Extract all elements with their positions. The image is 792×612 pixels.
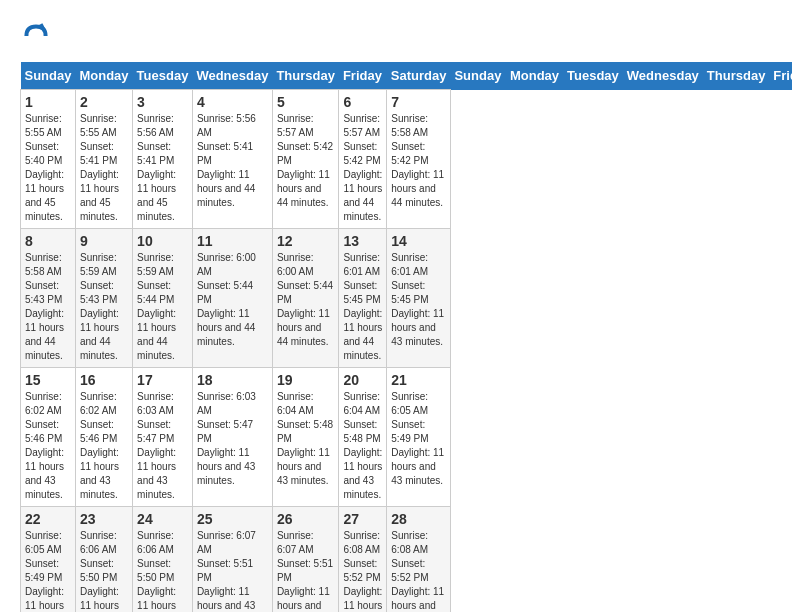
- day-number: 8: [25, 233, 71, 249]
- day-cell: 14 Sunrise: 6:01 AM Sunset: 5:45 PM Dayl…: [387, 229, 451, 368]
- day-info: Sunrise: 6:06 AM Sunset: 5:50 PM Dayligh…: [137, 529, 188, 612]
- day-cell: 27 Sunrise: 6:08 AM Sunset: 5:52 PM Dayl…: [339, 507, 387, 613]
- day-info: Sunrise: 6:00 AM Sunset: 5:44 PM Dayligh…: [277, 251, 335, 349]
- day-cell: 28 Sunrise: 6:08 AM Sunset: 5:52 PM Dayl…: [387, 507, 451, 613]
- day-info: Sunrise: 5:56 AM Sunset: 5:41 PM Dayligh…: [137, 112, 188, 224]
- day-info: Sunrise: 6:07 AM Sunset: 5:51 PM Dayligh…: [197, 529, 268, 612]
- day-number: 7: [391, 94, 446, 110]
- day-cell: 18 Sunrise: 6:03 AM Sunset: 5:47 PM Dayl…: [192, 368, 272, 507]
- day-cell: 12 Sunrise: 6:00 AM Sunset: 5:44 PM Dayl…: [272, 229, 339, 368]
- day-cell: 9 Sunrise: 5:59 AM Sunset: 5:43 PM Dayli…: [75, 229, 132, 368]
- col-header-monday: Monday: [75, 62, 132, 90]
- day-info: Sunrise: 6:05 AM Sunset: 5:49 PM Dayligh…: [391, 390, 446, 488]
- day-cell: 16 Sunrise: 6:02 AM Sunset: 5:46 PM Dayl…: [75, 368, 132, 507]
- day-cell: 2 Sunrise: 5:55 AM Sunset: 5:41 PM Dayli…: [75, 90, 132, 229]
- day-number: 10: [137, 233, 188, 249]
- day-number: 16: [80, 372, 128, 388]
- col-header-thursday: Thursday: [703, 62, 770, 90]
- day-number: 15: [25, 372, 71, 388]
- day-info: Sunrise: 6:05 AM Sunset: 5:49 PM Dayligh…: [25, 529, 71, 612]
- day-info: Sunrise: 6:00 AM Sunset: 5:44 PM Dayligh…: [197, 251, 268, 349]
- col-header-friday: Friday: [339, 62, 387, 90]
- col-header-wednesday: Wednesday: [623, 62, 703, 90]
- day-number: 3: [137, 94, 188, 110]
- col-header-saturday: Saturday: [387, 62, 451, 90]
- day-info: Sunrise: 5:59 AM Sunset: 5:44 PM Dayligh…: [137, 251, 188, 363]
- week-row-3: 15 Sunrise: 6:02 AM Sunset: 5:46 PM Dayl…: [21, 368, 793, 507]
- day-number: 22: [25, 511, 71, 527]
- col-header-monday: Monday: [506, 62, 563, 90]
- day-info: Sunrise: 6:02 AM Sunset: 5:46 PM Dayligh…: [80, 390, 128, 502]
- logo: [20, 20, 56, 52]
- day-number: 14: [391, 233, 446, 249]
- day-cell: 11 Sunrise: 6:00 AM Sunset: 5:44 PM Dayl…: [192, 229, 272, 368]
- day-info: Sunrise: 6:03 AM Sunset: 5:47 PM Dayligh…: [137, 390, 188, 502]
- day-cell: 26 Sunrise: 6:07 AM Sunset: 5:51 PM Dayl…: [272, 507, 339, 613]
- day-cell: 15 Sunrise: 6:02 AM Sunset: 5:46 PM Dayl…: [21, 368, 76, 507]
- col-header-friday: Friday: [769, 62, 792, 90]
- day-cell: 7 Sunrise: 5:58 AM Sunset: 5:42 PM Dayli…: [387, 90, 451, 229]
- day-number: 17: [137, 372, 188, 388]
- calendar-table: SundayMondayTuesdayWednesdayThursdayFrid…: [20, 62, 792, 612]
- day-info: Sunrise: 6:03 AM Sunset: 5:47 PM Dayligh…: [197, 390, 268, 488]
- col-header-sunday: Sunday: [21, 62, 76, 90]
- day-cell: 20 Sunrise: 6:04 AM Sunset: 5:48 PM Dayl…: [339, 368, 387, 507]
- week-row-1: 1 Sunrise: 5:55 AM Sunset: 5:40 PM Dayli…: [21, 90, 793, 229]
- col-header-tuesday: Tuesday: [563, 62, 623, 90]
- col-header-wednesday: Wednesday: [192, 62, 272, 90]
- day-number: 28: [391, 511, 446, 527]
- day-info: Sunrise: 5:56 AM Sunset: 5:41 PM Dayligh…: [197, 112, 268, 210]
- day-info: Sunrise: 6:08 AM Sunset: 5:52 PM Dayligh…: [343, 529, 382, 612]
- day-info: Sunrise: 5:55 AM Sunset: 5:41 PM Dayligh…: [80, 112, 128, 224]
- day-cell: 25 Sunrise: 6:07 AM Sunset: 5:51 PM Dayl…: [192, 507, 272, 613]
- day-cell: 13 Sunrise: 6:01 AM Sunset: 5:45 PM Dayl…: [339, 229, 387, 368]
- day-number: 9: [80, 233, 128, 249]
- page-header: [20, 20, 772, 52]
- day-info: Sunrise: 6:02 AM Sunset: 5:46 PM Dayligh…: [25, 390, 71, 502]
- day-info: Sunrise: 6:06 AM Sunset: 5:50 PM Dayligh…: [80, 529, 128, 612]
- day-number: 11: [197, 233, 268, 249]
- day-number: 1: [25, 94, 71, 110]
- day-number: 2: [80, 94, 128, 110]
- day-number: 12: [277, 233, 335, 249]
- day-info: Sunrise: 5:58 AM Sunset: 5:42 PM Dayligh…: [391, 112, 446, 210]
- day-number: 27: [343, 511, 382, 527]
- col-header-tuesday: Tuesday: [133, 62, 193, 90]
- day-info: Sunrise: 6:01 AM Sunset: 5:45 PM Dayligh…: [343, 251, 382, 363]
- day-number: 20: [343, 372, 382, 388]
- col-header-thursday: Thursday: [272, 62, 339, 90]
- day-cell: 4 Sunrise: 5:56 AM Sunset: 5:41 PM Dayli…: [192, 90, 272, 229]
- day-info: Sunrise: 5:57 AM Sunset: 5:42 PM Dayligh…: [277, 112, 335, 210]
- day-number: 5: [277, 94, 335, 110]
- day-info: Sunrise: 6:08 AM Sunset: 5:52 PM Dayligh…: [391, 529, 446, 612]
- week-row-4: 22 Sunrise: 6:05 AM Sunset: 5:49 PM Dayl…: [21, 507, 793, 613]
- day-info: Sunrise: 5:59 AM Sunset: 5:43 PM Dayligh…: [80, 251, 128, 363]
- day-cell: 23 Sunrise: 6:06 AM Sunset: 5:50 PM Dayl…: [75, 507, 132, 613]
- day-info: Sunrise: 6:04 AM Sunset: 5:48 PM Dayligh…: [343, 390, 382, 502]
- day-number: 21: [391, 372, 446, 388]
- day-cell: 1 Sunrise: 5:55 AM Sunset: 5:40 PM Dayli…: [21, 90, 76, 229]
- day-number: 19: [277, 372, 335, 388]
- day-cell: 22 Sunrise: 6:05 AM Sunset: 5:49 PM Dayl…: [21, 507, 76, 613]
- day-cell: 8 Sunrise: 5:58 AM Sunset: 5:43 PM Dayli…: [21, 229, 76, 368]
- day-info: Sunrise: 6:07 AM Sunset: 5:51 PM Dayligh…: [277, 529, 335, 612]
- header-row: SundayMondayTuesdayWednesdayThursdayFrid…: [21, 62, 793, 90]
- week-row-2: 8 Sunrise: 5:58 AM Sunset: 5:43 PM Dayli…: [21, 229, 793, 368]
- day-cell: 19 Sunrise: 6:04 AM Sunset: 5:48 PM Dayl…: [272, 368, 339, 507]
- day-cell: 17 Sunrise: 6:03 AM Sunset: 5:47 PM Dayl…: [133, 368, 193, 507]
- day-cell: 10 Sunrise: 5:59 AM Sunset: 5:44 PM Dayl…: [133, 229, 193, 368]
- logo-icon: [20, 20, 52, 52]
- day-info: Sunrise: 5:58 AM Sunset: 5:43 PM Dayligh…: [25, 251, 71, 363]
- day-number: 6: [343, 94, 382, 110]
- day-number: 24: [137, 511, 188, 527]
- day-info: Sunrise: 5:55 AM Sunset: 5:40 PM Dayligh…: [25, 112, 71, 224]
- day-cell: 21 Sunrise: 6:05 AM Sunset: 5:49 PM Dayl…: [387, 368, 451, 507]
- day-info: Sunrise: 6:04 AM Sunset: 5:48 PM Dayligh…: [277, 390, 335, 488]
- day-number: 13: [343, 233, 382, 249]
- day-info: Sunrise: 6:01 AM Sunset: 5:45 PM Dayligh…: [391, 251, 446, 349]
- day-cell: 24 Sunrise: 6:06 AM Sunset: 5:50 PM Dayl…: [133, 507, 193, 613]
- day-number: 25: [197, 511, 268, 527]
- day-cell: 5 Sunrise: 5:57 AM Sunset: 5:42 PM Dayli…: [272, 90, 339, 229]
- day-number: 23: [80, 511, 128, 527]
- day-number: 4: [197, 94, 268, 110]
